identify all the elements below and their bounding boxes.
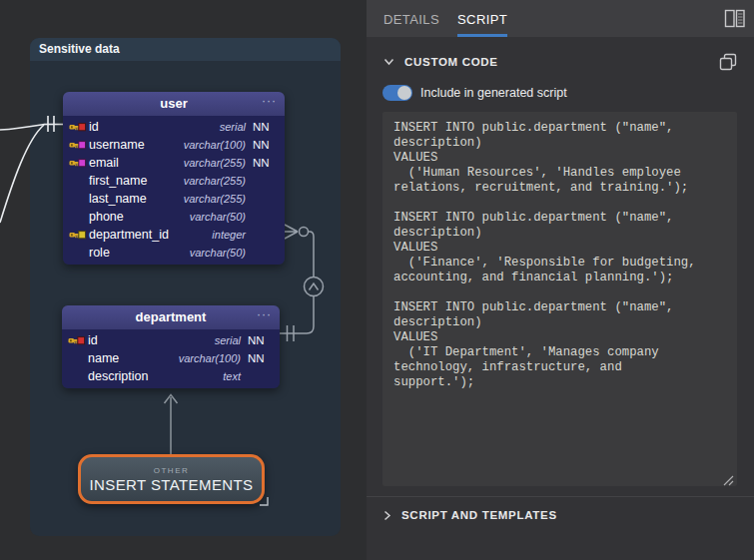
key-icon [69, 122, 89, 133]
column-name: email [89, 156, 119, 170]
column-notnull: NN [253, 139, 277, 151]
diagram-canvas[interactable]: Sensitive data [0, 0, 367, 560]
table-menu-icon[interactable]: ··· [257, 305, 272, 326]
note-category: OTHER [154, 466, 190, 475]
column-name: role [89, 246, 110, 260]
column-name: id [89, 120, 99, 134]
custom-code-title: CUSTOM CODE [404, 56, 498, 68]
copy-icon[interactable] [719, 53, 737, 71]
column-type: serial [215, 334, 241, 346]
column-name: description [88, 369, 148, 383]
section-divider [367, 496, 754, 497]
column-row[interactable]: last_name varchar(255) [63, 190, 285, 208]
custom-code-editor[interactable]: INSERT INTO public.department ("name", d… [382, 112, 737, 486]
table-department-header[interactable]: department ··· [62, 305, 280, 329]
script-templates-title: SCRIPT AND TEMPLATES [401, 509, 557, 521]
column-type: serial [220, 121, 246, 133]
split-panel-icon[interactable] [724, 9, 746, 28]
table-department[interactable]: department ··· id serial NN name varchar… [62, 305, 280, 388]
table-title: department [136, 309, 207, 324]
custom-code-section-header[interactable]: CUSTOM CODE [367, 50, 754, 74]
column-type: varchar(255) [184, 157, 246, 169]
column-type: varchar(50) [190, 247, 246, 259]
table-user-header[interactable]: user ··· [63, 92, 285, 116]
column-row[interactable]: department_id integer [63, 226, 285, 244]
include-toggle-row: Include in generated script [382, 85, 567, 101]
right-panel: DETAILS SCRIPT CUSTOM CODE Include in ge… [367, 0, 754, 560]
column-name: department_id [89, 228, 169, 242]
column-row[interactable]: email varchar(255) NN [63, 154, 285, 172]
toggle-label: Include in generated script [420, 86, 567, 100]
column-type: varchar(100) [179, 352, 241, 364]
key-icon [69, 230, 89, 241]
column-type: varchar(255) [184, 193, 246, 205]
table-department-body: id serial NN name varchar(100) NN descri… [62, 329, 280, 388]
app-window: Sensitive data [0, 0, 754, 560]
key-icon [69, 158, 89, 169]
chevron-down-icon [383, 58, 394, 66]
editor-resize-handle[interactable] [723, 475, 734, 486]
column-row[interactable]: name varchar(100) NN [62, 349, 280, 367]
tab-script[interactable]: SCRIPT [457, 0, 507, 37]
column-row[interactable]: description text [62, 367, 280, 385]
tab-details[interactable]: DETAILS [383, 0, 439, 37]
include-in-script-toggle[interactable] [382, 85, 412, 101]
column-type: varchar(50) [190, 211, 246, 223]
column-notnull: NN [253, 121, 277, 133]
column-type: integer [212, 229, 246, 241]
column-name: id [88, 333, 98, 347]
column-name: name [88, 351, 119, 365]
column-type: varchar(100) [184, 139, 246, 151]
column-name: last_name [89, 192, 147, 206]
table-user-body: id serial NN username varchar(100) NN em… [63, 116, 285, 265]
toggle-knob [397, 86, 411, 100]
column-name: first_name [89, 174, 147, 188]
column-name: username [89, 138, 145, 152]
column-type: text [223, 370, 241, 382]
panel-tabbar: DETAILS SCRIPT [367, 0, 754, 37]
container-title[interactable]: Sensitive data [30, 38, 341, 61]
script-templates-section-header[interactable]: SCRIPT AND TEMPLATES [367, 503, 754, 527]
note-title: INSERT STATEMENTS [89, 476, 253, 493]
chevron-right-icon [383, 510, 391, 521]
column-row[interactable]: id serial NN [62, 331, 280, 349]
column-row[interactable]: role varchar(50) [63, 244, 285, 262]
column-name: phone [89, 210, 124, 224]
note-resize-handle[interactable] [259, 496, 269, 506]
column-row[interactable]: username varchar(100) NN [63, 136, 285, 154]
column-row[interactable]: first_name varchar(255) [63, 172, 285, 190]
table-title: user [160, 96, 187, 111]
table-user[interactable]: user ··· id serial NN username varchar(1… [63, 92, 285, 265]
table-menu-icon[interactable]: ··· [262, 92, 277, 113]
column-type: varchar(255) [184, 175, 246, 187]
key-icon [68, 335, 88, 346]
column-notnull: NN [248, 334, 272, 346]
column-notnull: NN [248, 352, 272, 364]
column-row[interactable]: id serial NN [63, 118, 285, 136]
column-notnull: NN [253, 157, 277, 169]
insert-statements-note[interactable]: OTHER INSERT STATEMENTS [78, 454, 265, 504]
key-icon [69, 140, 89, 151]
column-row[interactable]: phone varchar(50) [63, 208, 285, 226]
